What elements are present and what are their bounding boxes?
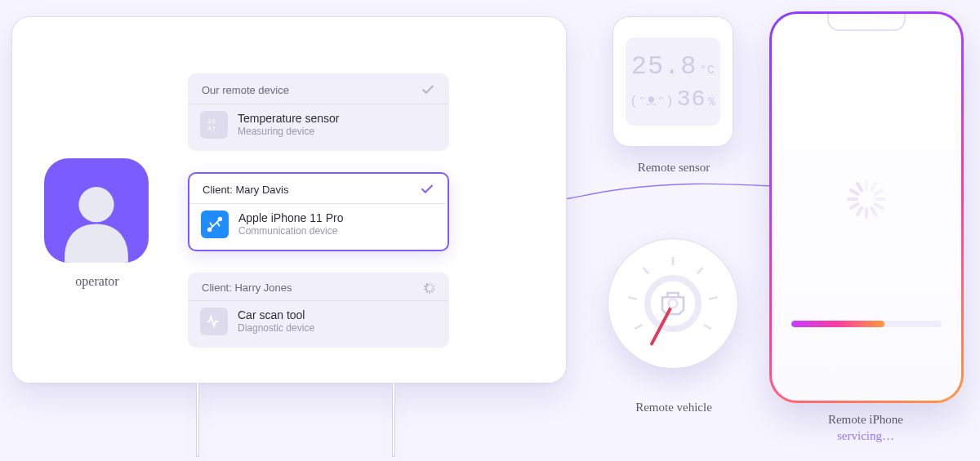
remote-sensor-caption: Remote sensor [629,160,719,176]
svg-text:A ƒ: A ƒ [208,126,216,132]
svg-point-14 [669,299,677,308]
svg-line-11 [704,325,711,329]
check-icon [420,182,434,197]
caption-status: servicing… [800,428,931,445]
card-header: Client: Harry Jones [202,281,292,294]
progress-bar [791,321,942,327]
card-header: Client: Mary Davis [203,184,288,196]
device-cards: Our remote device 2.0A ƒ Temperature sen… [188,41,449,369]
temperature-value: 25.8 [631,51,697,82]
remote-vehicle-caption: Remote vehicle [621,400,727,416]
ecg-icon [200,308,228,335]
device-card-car[interactable]: Client: Harry Jones Car scan tool Diagno… [188,273,449,348]
svg-text:2.0: 2.0 [208,118,216,124]
svg-line-9 [709,297,717,299]
card-subtitle: Communication device [238,225,343,237]
sensor-face-icon: (ᵔᴥᵔ) [630,93,674,109]
card-title: Temperature sensor [238,112,340,126]
panel-leg [196,383,199,457]
device-card-iphone[interactable]: Client: Mary Davis Apple iPhone 11 Pro [188,172,449,251]
svg-line-8 [628,297,636,299]
card-title: Apple iPhone 11 Pro [238,211,343,226]
temperature-unit: °C [700,64,715,77]
remote-sensor: 25.8 °C (ᵔᴥᵔ) 36 % [612,16,733,147]
svg-line-6 [644,268,649,274]
thermo-chip-icon: 2.0A ƒ [200,111,228,139]
card-header: Our remote device [202,84,289,96]
progress-fill [791,321,884,327]
remote-iphone-caption: Remote iPhone servicing… [800,412,931,444]
svg-line-10 [635,325,642,329]
svg-point-0 [78,187,114,222]
gauge-icon [620,250,726,357]
operator-panel: operator Our remote device 2.0A ƒ Temper… [11,16,567,383]
operator-label: operator [44,274,150,289]
loading-spinner-icon [844,177,889,221]
card-subtitle: Diagnostic device [238,322,314,335]
svg-point-4 [219,218,222,221]
usb-icon [201,211,229,238]
sensor-screen: 25.8 °C (ᵔᴥᵔ) 36 % [626,38,720,126]
humidity-unit: % [708,95,715,109]
operator-avatar [44,158,149,263]
caption-main: Remote iPhone [828,413,903,426]
svg-line-7 [697,268,703,274]
humidity-value: 36 [677,86,706,112]
card-subtitle: Measuring device [238,126,340,138]
person-icon [52,175,140,263]
card-title: Car scan tool [238,308,314,323]
check-icon [421,82,435,97]
remote-iphone [769,11,964,403]
device-card-temperature[interactable]: Our remote device 2.0A ƒ Temperature sen… [188,73,449,151]
panel-leg [392,383,395,457]
remote-vehicle-gauge [608,238,738,369]
svg-point-3 [208,228,212,232]
phone-notch [825,14,908,33]
loading-spinner-icon [424,282,435,294]
